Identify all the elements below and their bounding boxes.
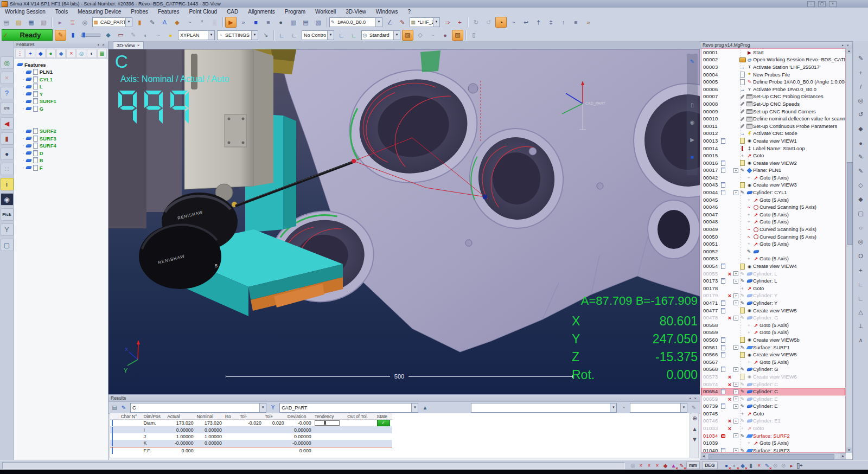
column-header[interactable]: Deviation	[286, 413, 313, 420]
program-horizontal-scrollbar[interactable]: ◄►	[701, 453, 846, 459]
feature-tree-item[interactable]: · SURF1	[17, 98, 108, 105]
plane-icon[interactable]: ◆	[36, 49, 46, 58]
corner-icon[interactable]: ∟	[856, 294, 866, 302]
column-header[interactable]: Iso	[224, 413, 238, 420]
program-row[interactable]: 00046 Curved Scanning (5 Axis)	[701, 203, 845, 211]
expand-toggle[interactable]	[733, 345, 739, 350]
program-row[interactable]: 00015 Goto	[701, 152, 845, 159]
zoom-table-icon[interactable]: ⊕	[690, 414, 700, 422]
gear-icon[interactable]: ◔	[620, 405, 627, 411]
probe-build-icon[interactable]: ✎	[397, 17, 408, 28]
pencil-icon[interactable]: ✎	[690, 405, 698, 411]
maximize-button[interactable]: ▢	[818, 1, 826, 7]
eye-circle-icon[interactable]: ◎	[76, 49, 86, 58]
scroll-down-icon[interactable]: ▼	[690, 435, 700, 443]
program-row[interactable]: 00001 Start	[701, 49, 845, 56]
material-icon[interactable]: ◆	[171, 17, 183, 28]
program-row[interactable]: 00053 Goto (5 Axis)	[701, 255, 845, 263]
pen-off-icon[interactable]: ✎	[678, 462, 685, 469]
program-row[interactable]: 00014 Label Name: StartLoop	[701, 145, 845, 152]
report-page-icon[interactable]: ▤	[111, 405, 118, 411]
line-icon[interactable]: /	[856, 82, 866, 91]
oval-icon[interactable]: O	[856, 252, 866, 260]
pen-disabled-icon[interactable]: ✎	[764, 462, 771, 469]
filter-combo[interactable]: ▼	[471, 403, 617, 413]
column-header[interactable]: Tol-	[238, 413, 263, 420]
diamond-icon[interactable]: ◇	[856, 181, 866, 189]
program-row[interactable]: 00173 Cylinder: L	[701, 277, 845, 285]
expand-toggle[interactable]	[733, 448, 739, 453]
program-row[interactable]: 00008 Set-Up CNC Speeds	[701, 100, 845, 108]
menu-item[interactable]: Measuring Device	[73, 9, 126, 15]
brackets-icon[interactable]: []÷	[796, 462, 803, 469]
program-row[interactable]: 00044 Cylinder: CYL1	[701, 189, 845, 196]
close-icon[interactable]: ×	[693, 396, 698, 401]
spray-icon[interactable]: ▮	[1, 132, 14, 145]
program-row[interactable]: 00478 Cylinder: G	[701, 314, 845, 322]
circle2-icon[interactable]: ◎	[856, 238, 866, 246]
status-circle-icon[interactable]: ◎	[629, 462, 636, 469]
box-orange-icon[interactable]: ▧	[452, 30, 463, 41]
workplane-combo[interactable]: XYPLAN▼	[178, 30, 215, 40]
progress-icon[interactable]: 0%	[1, 102, 14, 114]
feature-tree-item[interactable]: · SURF4	[17, 142, 108, 150]
program-row[interactable]: 00659 Cylinder: E	[701, 395, 845, 403]
program-vertical-scrollbar[interactable]: ▲▼	[846, 48, 852, 453]
no-entry2-icon[interactable]: ⊘	[780, 462, 787, 469]
feature-tree-item[interactable]: · SURF2	[17, 127, 108, 135]
column-header[interactable]: State	[375, 413, 392, 420]
title-bar[interactable]: Silma X4 V14 SP1 HF1 (64 bits) - Serial …	[0, 0, 868, 8]
program-row[interactable]: 00178 Goto	[701, 285, 845, 292]
plane-icon[interactable]: ◆	[856, 125, 866, 133]
dist-icon[interactable]: ⊥	[856, 322, 866, 330]
run-program-button[interactable]: ▶	[225, 17, 237, 28]
scroll-up-icon[interactable]: ▲	[690, 425, 700, 433]
part-filter-combo[interactable]: CAD_PART▼	[279, 403, 418, 413]
close-icon[interactable]: ×	[845, 43, 850, 48]
clear2-icon[interactable]: ×	[646, 462, 653, 469]
program-row[interactable]: 00477 Create view VIEW5	[701, 307, 845, 315]
pin-icon[interactable]: ▪	[688, 396, 693, 401]
probe-combo[interactable]: ✎1#A0.0_B0.0▼	[329, 17, 382, 27]
ghost-icon[interactable]: ░	[209, 17, 220, 28]
expand-toggle[interactable]	[733, 316, 739, 321]
brush-icon[interactable]: ✎	[856, 153, 866, 161]
viewport-3d-scene[interactable]: RENISHAW RENISHAW 5	[108, 49, 700, 395]
column-header[interactable]: Tendency	[313, 413, 346, 420]
menu-item[interactable]: Working Session	[0, 9, 50, 15]
path-icon[interactable]: ∟	[856, 280, 866, 288]
menu-item[interactable]: ?	[403, 9, 416, 15]
probe-angle-icon[interactable]: ∠	[384, 17, 395, 28]
chart-print-icon[interactable]: ∟	[289, 30, 300, 41]
pick-button[interactable]: Pick	[1, 208, 14, 221]
lamp-icon[interactable]: ●	[165, 30, 176, 41]
pan-icon[interactable]: ↻	[470, 17, 482, 28]
probe-alarm-icon[interactable]: ◆	[662, 462, 669, 469]
tab-close-icon[interactable]: ×	[137, 43, 140, 48]
cancel-icon[interactable]: ×	[1, 72, 14, 84]
rotate-icon[interactable]: ↺	[856, 111, 866, 119]
program-row[interactable]: 00471 Cylinder: Y	[701, 299, 845, 307]
no-entry-icon[interactable]: ⊘	[772, 462, 779, 469]
expand-toggle[interactable]	[733, 433, 739, 438]
program-row[interactable]: 00052	[701, 248, 845, 255]
program-row[interactable]: 00042 Goto (5 Axis)	[701, 174, 845, 182]
program-row[interactable]: 00010 Define nominal deflection value fo…	[701, 115, 845, 123]
pin-icon[interactable]: ▪	[96, 42, 101, 47]
control-combo[interactable]: No Contro▼	[302, 30, 334, 40]
probe-dir-icon[interactable]: ↘	[260, 30, 271, 41]
wand2-icon[interactable]: ~	[152, 30, 164, 41]
scan-x-icon[interactable]: ×	[66, 49, 76, 58]
probe-target-icon[interactable]: ●	[439, 30, 451, 41]
probe-disabled-icon[interactable]: ●	[723, 462, 730, 469]
tree-edit-icon[interactable]: ⋮	[15, 49, 25, 58]
collision-icon[interactable]: ~	[427, 30, 438, 41]
annotate-icon[interactable]: ✎	[688, 57, 697, 66]
preview-icon[interactable]: ▢	[1, 239, 14, 251]
walk-icon[interactable]: ↑	[558, 17, 569, 28]
open-icon[interactable]: ▨	[13, 17, 24, 28]
program-row[interactable]: 00745 Goto	[701, 410, 845, 418]
program-row[interactable]: 00055 Cylinder: L	[701, 270, 845, 278]
pin-icon[interactable]: ▪	[840, 43, 845, 48]
breakpoint-icon[interactable]: ≡	[263, 17, 274, 28]
